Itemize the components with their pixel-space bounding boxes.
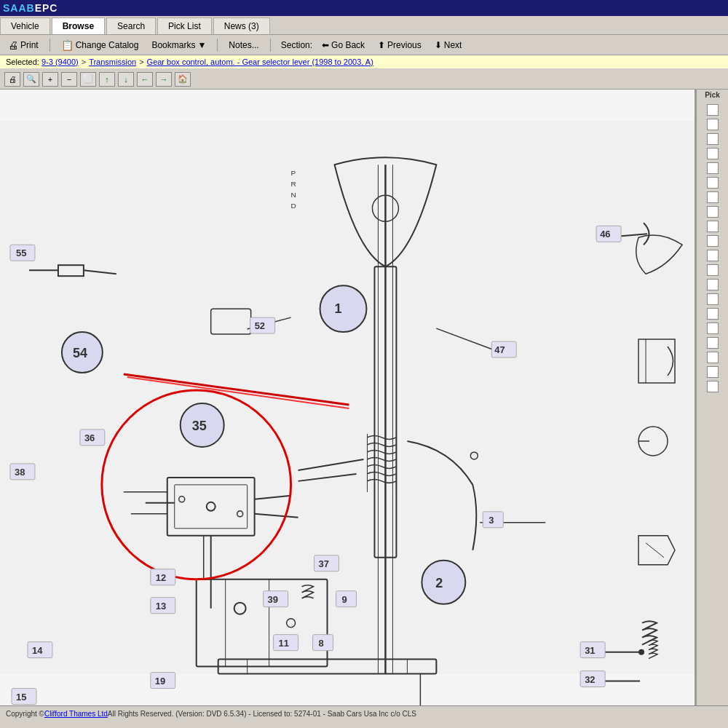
go-back-icon: ⬅ xyxy=(322,40,329,50)
svg-text:46: 46 xyxy=(600,229,610,240)
toolbar-separator-3 xyxy=(270,39,271,52)
bookmarks-button[interactable]: Bookmarks ▼ xyxy=(148,39,210,52)
svg-text:9: 9 xyxy=(342,594,347,605)
statusbar: Copyright © Clifford Thames Ltd All Righ… xyxy=(0,705,728,721)
pick-checkbox-15[interactable] xyxy=(707,308,719,320)
toolbar-separator xyxy=(50,39,50,52)
breadcrumb: Selected: 9-3 (9400) > Transmission > Ge… xyxy=(0,55,728,69)
svg-text:32: 32 xyxy=(585,674,595,685)
pick-checkbox-5[interactable] xyxy=(707,162,719,174)
catalog-icon: 📋 xyxy=(61,39,74,51)
pick-checkbox-6[interactable] xyxy=(707,177,719,189)
svg-text:N: N xyxy=(291,191,296,199)
breadcrumb-sep-2: > xyxy=(139,58,143,66)
menubar: Vehicle Browse Search Pick List News (3) xyxy=(0,16,728,35)
pick-checkbox-7[interactable] xyxy=(707,191,719,203)
svg-text:39: 39 xyxy=(268,594,278,605)
previous-button[interactable]: ⬆ Previous xyxy=(374,39,425,52)
svg-text:12: 12 xyxy=(156,572,166,583)
view-toolbar: 🖨 🔍 + − ⬜ ↑ ↓ ← → 🏠 xyxy=(0,69,728,90)
pick-checkbox-8[interactable] xyxy=(707,206,719,218)
svg-text:11: 11 xyxy=(279,638,289,649)
svg-text:13: 13 xyxy=(156,601,166,612)
pick-checkbox-18[interactable] xyxy=(707,352,719,363)
zoom-in-button[interactable]: + xyxy=(42,72,58,87)
svg-text:52: 52 xyxy=(255,320,265,331)
print-view-button[interactable]: 🖨 xyxy=(4,72,20,87)
chevron-down-icon: ▼ xyxy=(197,40,206,50)
next-button[interactable]: ⬇ Next xyxy=(431,39,466,52)
pick-checkbox-19[interactable] xyxy=(707,366,719,378)
tab-news[interactable]: News (3) xyxy=(213,17,270,34)
svg-text:3: 3 xyxy=(488,515,494,526)
notes-button[interactable]: Notes... xyxy=(225,39,262,52)
pick-checkbox-1[interactable] xyxy=(707,104,719,116)
right-panel: Pick xyxy=(696,90,728,705)
svg-text:1: 1 xyxy=(335,301,342,316)
next-icon: ⬇ xyxy=(435,40,442,50)
selected-label: Selected: xyxy=(6,58,39,66)
company-link[interactable]: Clifford Thames Ltd xyxy=(44,710,108,718)
pick-checkbox-11[interactable] xyxy=(707,250,719,261)
svg-text:36: 36 xyxy=(84,432,95,443)
pick-checkbox-10[interactable] xyxy=(707,235,719,247)
app-logo: SAABEPC xyxy=(3,2,58,14)
diagram-svg: P R N D 55 46 52 1 xyxy=(0,90,695,705)
tab-browse[interactable]: Browse xyxy=(52,17,105,34)
svg-text:47: 47 xyxy=(494,344,505,355)
copyright-text: Copyright © xyxy=(6,710,44,718)
svg-text:2: 2 xyxy=(435,576,443,590)
fit-view-button[interactable]: ⬜ xyxy=(80,72,96,87)
previous-icon: ⬆ xyxy=(378,40,385,50)
pick-checkbox-16[interactable] xyxy=(707,323,719,334)
right-button[interactable]: → xyxy=(156,72,172,87)
pick-checkbox-3[interactable] xyxy=(707,133,719,145)
svg-point-82 xyxy=(422,561,465,604)
svg-text:R: R xyxy=(291,180,296,188)
status-suffix: All Rights Reserved. (Version: DVD 6.5.3… xyxy=(108,710,416,718)
right-panel-header: Pick xyxy=(705,91,720,99)
svg-point-56 xyxy=(320,285,367,332)
home-button[interactable]: 🏠 xyxy=(175,72,191,87)
breadcrumb-sep-1: > xyxy=(82,58,86,66)
svg-text:19: 19 xyxy=(155,676,165,687)
svg-text:35: 35 xyxy=(192,419,207,433)
pick-checkbox-2[interactable] xyxy=(707,119,719,130)
svg-text:55: 55 xyxy=(16,248,26,258)
svg-point-40 xyxy=(638,649,644,655)
search-view-button[interactable]: 🔍 xyxy=(23,72,39,87)
svg-text:37: 37 xyxy=(319,558,329,569)
print-button[interactable]: 🖨 Print xyxy=(4,38,42,52)
svg-text:P: P xyxy=(291,169,296,177)
titlebar: SAABEPC xyxy=(0,0,728,16)
breadcrumb-item-2[interactable]: Transmission xyxy=(89,58,136,66)
toolbar-separator-2 xyxy=(217,39,218,52)
zoom-out-button[interactable]: − xyxy=(61,72,77,87)
svg-text:38: 38 xyxy=(15,467,25,478)
pick-checkbox-13[interactable] xyxy=(707,279,719,290)
pick-checkbox-14[interactable] xyxy=(707,293,719,305)
section-label: Section: xyxy=(281,40,312,50)
parts-diagram[interactable]: P R N D 55 46 52 1 xyxy=(0,90,696,705)
pick-checkbox-9[interactable] xyxy=(707,221,719,232)
svg-text:54: 54 xyxy=(73,346,87,360)
tab-picklist[interactable]: Pick List xyxy=(157,17,212,34)
svg-text:14: 14 xyxy=(32,645,43,656)
tab-vehicle[interactable]: Vehicle xyxy=(0,17,50,34)
tab-search[interactable]: Search xyxy=(106,17,156,34)
down-button[interactable]: ↓ xyxy=(118,72,134,87)
svg-text:8: 8 xyxy=(319,638,324,649)
change-catalog-button[interactable]: 📋 Change Catalog xyxy=(58,38,143,52)
pick-checkbox-17[interactable] xyxy=(707,337,719,349)
go-back-button[interactable]: ⬅ Go Back xyxy=(318,39,368,52)
svg-text:15: 15 xyxy=(16,692,26,703)
print-icon: 🖨 xyxy=(8,39,18,51)
main-area: P R N D 55 46 52 1 xyxy=(0,90,728,705)
pick-checkbox-12[interactable] xyxy=(707,264,719,276)
breadcrumb-item-3[interactable]: Gear box control, autom. - Gear selector… xyxy=(147,58,373,66)
pick-checkbox-20[interactable] xyxy=(707,381,719,392)
up-button[interactable]: ↑ xyxy=(99,72,115,87)
left-button[interactable]: ← xyxy=(137,72,153,87)
pick-checkbox-4[interactable] xyxy=(707,148,719,159)
breadcrumb-item-1[interactable]: 9-3 (9400) xyxy=(41,58,79,66)
